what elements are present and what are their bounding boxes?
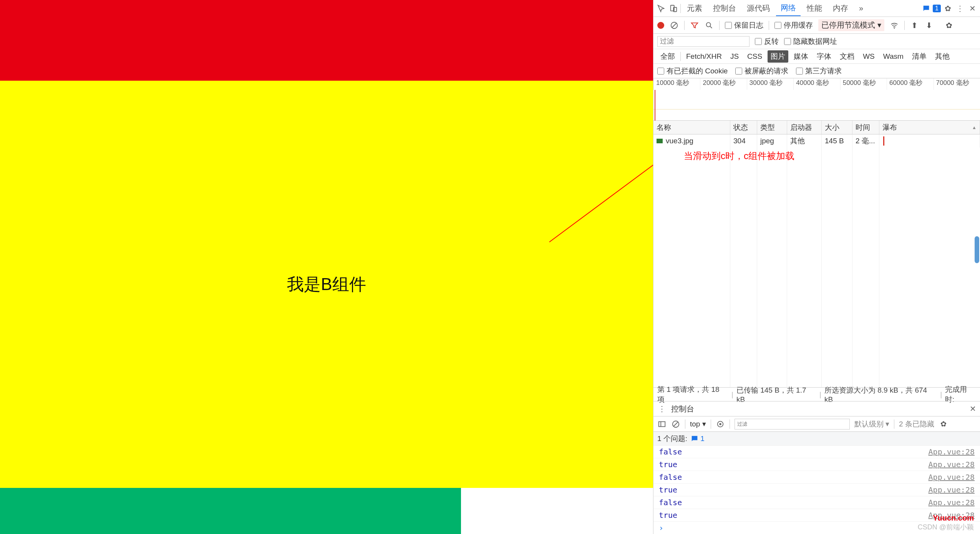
extra-filter-row: 有已拦截的 Cookie 被屏蔽的请求 第三方请求 <box>653 64 980 78</box>
log-source-link[interactable]: App.vue:28 <box>929 473 975 482</box>
cat-font[interactable]: 字体 <box>814 50 834 63</box>
col-size[interactable]: 大小 <box>822 121 852 134</box>
console-hidden-count[interactable]: 2 条已隐藏 <box>899 419 934 429</box>
settings-icon[interactable]: ✿ <box>942 3 953 14</box>
separator <box>685 420 685 429</box>
tab-console[interactable]: 控制台 <box>708 1 741 16</box>
cat-img[interactable]: 图片 <box>768 50 788 63</box>
console-filter-input[interactable] <box>735 419 850 430</box>
drawer-menu-icon[interactable]: ⋮ <box>657 404 667 413</box>
separator <box>769 21 769 30</box>
cat-manifest[interactable]: 清单 <box>909 50 930 63</box>
tab-performance[interactable]: 性能 <box>802 1 827 16</box>
devtools-tabs: 元素 控制台 源代码 网络 性能 内存 » 1 ✿ ⋮ ✕ <box>653 0 980 17</box>
separator <box>680 52 681 61</box>
issues-indicator[interactable]: 1 <box>922 4 941 13</box>
close-icon[interactable]: ✕ <box>967 3 978 14</box>
upload-icon[interactable]: ⬆ <box>910 21 919 30</box>
col-name[interactable]: 名称 <box>653 121 730 134</box>
network-toolbar: 保留日志 停用缓存 已停用节流模式 ▾ ⬆ ⬇ ✿ <box>653 17 980 34</box>
request-table-body[interactable]: vue3.jpg 304 jpeg 其他 145 B 2 毫... <box>653 134 980 387</box>
component-b-block: 我是B组件 <box>0 81 653 488</box>
filter-icon[interactable] <box>690 21 699 30</box>
tab-elements[interactable]: 元素 <box>682 1 707 16</box>
hide-data-urls-label: 隐藏数据网址 <box>793 36 837 46</box>
list-item[interactable]: trueApp.vue:28 <box>653 484 980 496</box>
svg-line-11 <box>674 422 678 426</box>
console-scope-select[interactable]: top ▾ <box>690 420 706 428</box>
clear-icon[interactable] <box>670 21 679 30</box>
separator <box>719 21 720 30</box>
cat-ws[interactable]: WS <box>860 51 878 62</box>
col-type[interactable]: 类型 <box>757 121 787 134</box>
separator <box>684 21 685 30</box>
filter-row: 反转 隐藏数据网址 <box>653 34 980 49</box>
table-row[interactable]: vue3.jpg 304 jpeg 其他 145 B 2 毫... <box>653 134 980 148</box>
watermark: Yuucn.com CSDN @前端小颖 <box>918 514 974 532</box>
separator <box>711 420 711 429</box>
svg-line-4 <box>672 23 677 27</box>
wifi-icon[interactable] <box>890 21 899 30</box>
third-party-label: 第三方请求 <box>805 66 842 76</box>
invert-checkbox[interactable]: 反转 <box>755 36 779 46</box>
col-waterfall[interactable]: 瀑布▲ <box>879 121 980 134</box>
log-source-link[interactable]: App.vue:28 <box>929 460 975 469</box>
tick: 40000 毫秒 <box>793 78 840 90</box>
drawer-close-icon[interactable]: ✕ <box>970 404 976 413</box>
live-expression-icon[interactable] <box>716 420 725 429</box>
cat-doc[interactable]: 文档 <box>837 50 857 63</box>
console-sidebar-icon[interactable] <box>657 420 667 429</box>
preserve-log-checkbox[interactable]: 保留日志 <box>725 20 763 30</box>
device-toggle-icon[interactable] <box>668 3 679 14</box>
log-source-link[interactable]: App.vue:28 <box>929 498 975 507</box>
log-source-link[interactable]: App.vue:28 <box>929 485 975 494</box>
svg-line-6 <box>710 26 712 28</box>
download-icon[interactable]: ⬇ <box>925 21 934 30</box>
request-size: 145 B <box>822 134 852 148</box>
console-settings-icon[interactable]: ✿ <box>939 420 948 429</box>
console-clear-icon[interactable] <box>671 420 680 429</box>
blocked-requests-checkbox[interactable]: 被屏蔽的请求 <box>735 66 788 76</box>
request-waterfall <box>879 134 980 148</box>
tab-sources[interactable]: 源代码 <box>742 1 774 16</box>
request-table-header: 名称 状态 类型 启动器 大小 时间 瀑布▲ <box>653 121 980 134</box>
col-initiator[interactable]: 启动器 <box>787 121 822 134</box>
blocked-cookies-checkbox[interactable]: 有已拦截的 Cookie <box>657 66 728 76</box>
record-button[interactable] <box>657 22 664 29</box>
cat-fetch[interactable]: Fetch/XHR <box>683 51 725 62</box>
request-time: 2 毫... <box>852 134 879 148</box>
list-item[interactable]: falseApp.vue:28 <box>653 446 980 458</box>
cat-all[interactable]: 全部 <box>657 50 678 63</box>
col-time[interactable]: 时间 <box>852 121 879 134</box>
log-source-link[interactable]: App.vue:28 <box>929 447 975 456</box>
tick: 20000 毫秒 <box>700 78 746 90</box>
disable-cache-checkbox[interactable]: 停用缓存 <box>774 20 813 30</box>
tab-network[interactable]: 网络 <box>776 0 801 16</box>
inspect-icon[interactable] <box>656 3 667 14</box>
tick: 70000 毫秒 <box>934 78 980 90</box>
tab-more[interactable]: » <box>854 2 868 15</box>
timeline-overview[interactable]: 10000 毫秒 20000 毫秒 30000 毫秒 40000 毫秒 5000… <box>653 78 980 121</box>
tick: 30000 毫秒 <box>747 78 793 90</box>
list-item[interactable]: falseApp.vue:28 <box>653 471 980 484</box>
cat-css[interactable]: CSS <box>744 51 765 62</box>
page-scrollbar-thumb[interactable] <box>975 236 979 263</box>
cat-js[interactable]: JS <box>727 51 742 62</box>
filter-input[interactable] <box>657 36 750 47</box>
third-party-checkbox[interactable]: 第三方请求 <box>796 66 842 76</box>
blocked-cookies-label: 有已拦截的 Cookie <box>667 66 728 76</box>
cat-wasm[interactable]: Wasm <box>880 51 907 62</box>
kebab-icon[interactable]: ⋮ <box>955 3 965 14</box>
throttling-select[interactable]: 已停用节流模式 ▾ <box>818 19 884 31</box>
hide-data-urls-checkbox[interactable]: 隐藏数据网址 <box>784 36 837 46</box>
console-issues-row[interactable]: 1 个问题: 1 <box>653 432 980 446</box>
cat-other[interactable]: 其他 <box>932 50 953 63</box>
search-icon[interactable] <box>705 21 714 30</box>
list-item[interactable]: falseApp.vue:28 <box>653 496 980 509</box>
col-status[interactable]: 状态 <box>730 121 757 134</box>
tab-memory[interactable]: 内存 <box>828 1 853 16</box>
console-level-select[interactable]: 默认级别 ▾ <box>854 419 889 429</box>
cat-media[interactable]: 媒体 <box>791 50 811 63</box>
list-item[interactable]: trueApp.vue:28 <box>653 458 980 471</box>
network-settings-icon[interactable]: ✿ <box>945 21 954 30</box>
